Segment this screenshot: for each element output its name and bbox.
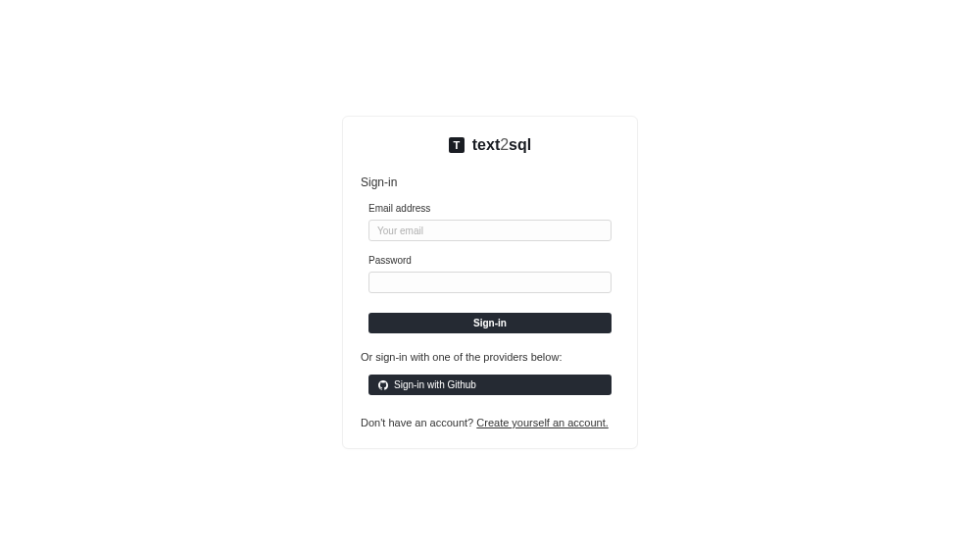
email-field[interactable] [368,220,612,241]
github-icon [378,380,388,390]
create-account-link[interactable]: Create yourself an account. [476,417,609,428]
password-label: Password [368,255,612,266]
github-button-label: Sign-in with Github [394,379,476,390]
github-signin-button[interactable]: Sign-in with Github [368,375,612,395]
logo-text-part2: 2 [500,136,509,153]
signup-prompt: Don't have an account? Create yourself a… [361,417,619,428]
logo-badge: T [449,137,465,153]
email-label: Email address [368,203,612,214]
logo-text: text2sql [472,136,531,154]
providers-text: Or sign-in with one of the providers bel… [361,351,619,363]
logo-text-part1: text [472,136,500,153]
signup-prompt-text: Don't have an account? [361,417,476,428]
signin-form: Email address Password Sign-in [361,203,619,351]
page-title: Sign-in [361,176,619,189]
signin-button[interactable]: Sign-in [368,313,612,333]
password-field[interactable] [368,272,612,293]
logo: T text2sql [361,136,619,154]
signin-card: T text2sql Sign-in Email address Passwor… [342,116,638,449]
logo-text-part3: sql [509,136,531,153]
